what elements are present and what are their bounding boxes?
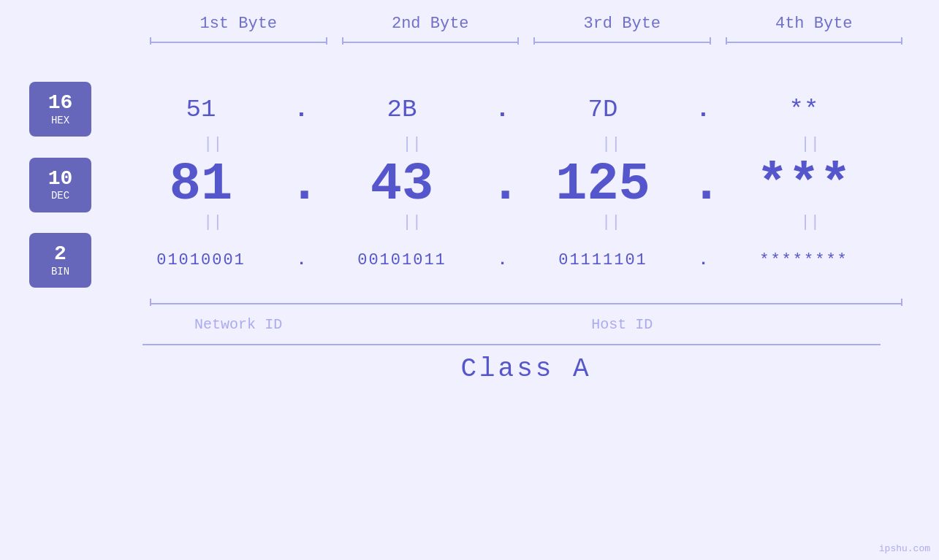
host-id-label: Host ID: [334, 316, 910, 333]
hex-d2: .: [490, 96, 515, 123]
bracket-4: [718, 37, 911, 49]
byte2-header: 2nd Byte: [335, 15, 527, 37]
eq2-b4: ||: [711, 213, 911, 231]
eq1-b1: ||: [113, 135, 313, 153]
dec-b3: 125: [515, 155, 691, 215]
hex-d1: .: [289, 96, 314, 123]
dec-badge-label: DEC: [51, 190, 69, 202]
footer-section: Class A: [29, 344, 910, 384]
hex-badge-number: 16: [48, 92, 73, 115]
bin-d1: .: [289, 251, 314, 269]
hex-b1: 51: [113, 96, 289, 123]
dec-b1: 81: [113, 155, 289, 215]
eq2-b2: ||: [313, 213, 512, 231]
host-bracket: [334, 299, 910, 310]
bin-b4: ********: [716, 251, 892, 269]
eq1-b4: ||: [711, 135, 911, 153]
dec-badge-number: 10: [48, 168, 73, 191]
dec-d1: .: [289, 155, 314, 215]
hex-b3: 7D: [515, 96, 691, 123]
byte3-header: 3rd Byte: [526, 15, 718, 37]
dec-d3: .: [691, 155, 716, 215]
bottom-labels: Network ID Host ID: [142, 316, 910, 333]
hex-d3: .: [691, 96, 716, 123]
bottom-section: Network ID Host ID: [142, 299, 910, 333]
dec-b2: 43: [314, 155, 490, 215]
dec-b4: ***: [716, 155, 892, 215]
bin-d3: .: [691, 251, 716, 269]
top-brackets: [142, 37, 910, 49]
bin-badge-label: BIN: [51, 266, 69, 277]
hex-values: 51 . 2B . 7D . **: [113, 96, 910, 123]
hex-row: 16 HEX 51 . 2B . 7D . **: [29, 82, 910, 137]
bin-b1: 01010001: [113, 251, 289, 269]
equals-row-1: || || || ||: [113, 137, 910, 151]
dec-values: 81 . 43 . 125 . ***: [113, 155, 910, 215]
bin-values: 01010001 . 00101011 . 01111101 . *******…: [113, 251, 910, 269]
bracket-2: [335, 37, 527, 49]
bin-d2: .: [490, 251, 515, 269]
byte1-header: 1st Byte: [142, 15, 335, 37]
equals-row-2: || || || ||: [113, 215, 910, 229]
bin-row: 2 BIN 01010001 . 00101011 . 01111101 . *…: [29, 233, 910, 288]
network-bracket: [142, 299, 334, 310]
bin-badge: 2 BIN: [29, 233, 91, 288]
eq1-b2: ||: [313, 135, 512, 153]
class-label-row: Class A: [29, 354, 910, 384]
bin-b2: 00101011: [314, 251, 490, 269]
hex-badge: 16 HEX: [29, 82, 91, 137]
eq1-b3: ||: [512, 135, 711, 153]
class-label: Class A: [460, 354, 591, 384]
bin-b3: 01111101: [515, 251, 691, 269]
network-id-label: Network ID: [142, 316, 334, 333]
dec-d2: .: [490, 155, 515, 215]
hex-b4: **: [716, 96, 892, 123]
hex-badge-label: HEX: [51, 115, 69, 126]
dec-row: 10 DEC 81 . 43 . 125 . ***: [29, 155, 910, 215]
class-bracket-line: [142, 344, 881, 345]
bin-badge-number: 2: [54, 243, 66, 266]
eq2-b3: ||: [512, 213, 711, 231]
watermark: ipshu.com: [879, 543, 930, 554]
dec-badge: 10 DEC: [29, 158, 91, 212]
bottom-brackets: [142, 299, 910, 310]
bracket-1: [142, 37, 335, 49]
bracket-3: [526, 37, 718, 49]
byte-headers: 1st Byte 2nd Byte 3rd Byte 4th Byte: [142, 15, 910, 37]
hex-b2: 2B: [314, 96, 490, 123]
eq2-b1: ||: [113, 213, 313, 231]
main-container: 1st Byte 2nd Byte 3rd Byte 4th Byte 16 H…: [0, 0, 939, 560]
byte4-header: 4th Byte: [718, 15, 911, 37]
